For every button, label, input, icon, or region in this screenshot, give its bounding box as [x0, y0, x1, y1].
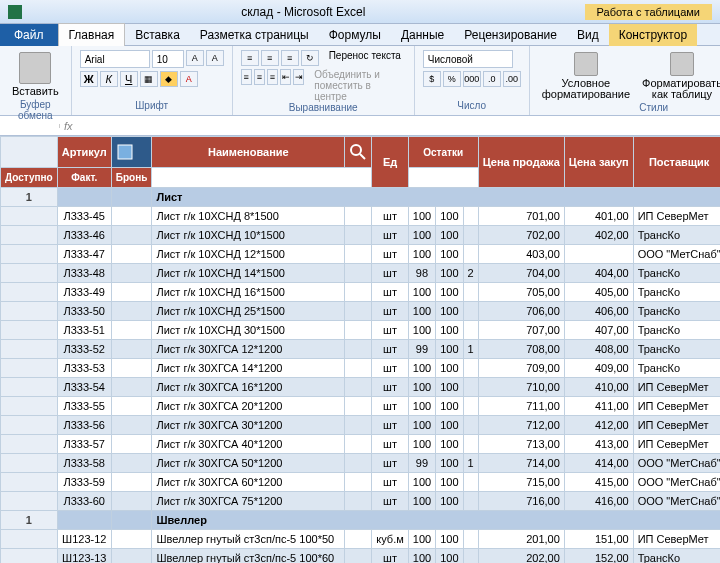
file-menu[interactable]: Файл: [0, 24, 58, 46]
align-top-button[interactable]: ≡: [241, 50, 259, 66]
paste-icon: [19, 52, 51, 84]
border-button[interactable]: ▦: [140, 71, 158, 87]
ribbon: Вставить Буфер обмена Arial 10 A A Ж К Ч…: [0, 46, 720, 116]
tab-insert[interactable]: Вставка: [125, 24, 190, 46]
table-row[interactable]: Л333-53Лист г/к 30ХГСА 14*1200шт10010070…: [1, 359, 721, 378]
font-size-combo[interactable]: 10: [152, 50, 184, 68]
font-name-combo[interactable]: Arial: [80, 50, 150, 68]
number-format-combo[interactable]: Числовой: [423, 50, 513, 68]
fill-color-button[interactable]: ◆: [160, 71, 178, 87]
table-row[interactable]: Л333-60Лист г/к 30ХГСА 75*1200шт10010071…: [1, 492, 721, 511]
menu-bar: Файл Главная Вставка Разметка страницы Ф…: [0, 24, 720, 46]
worksheet-grid[interactable]: Артикул Наименование Ед Остатки Цена про…: [0, 136, 720, 563]
increase-indent-button[interactable]: ⇥: [293, 69, 304, 85]
name-box[interactable]: [0, 124, 60, 128]
decrease-font-button[interactable]: A: [206, 50, 224, 66]
contextual-tab-label: Работа с таблицами: [585, 4, 712, 20]
decrease-decimal-button[interactable]: .00: [503, 71, 521, 87]
table-row[interactable]: Л333-45Лист г/к 10ХСНД 8*1500шт100100701…: [1, 207, 721, 226]
tab-formulas[interactable]: Формулы: [319, 24, 391, 46]
table-row[interactable]: Л333-54Лист г/к 30ХГСА 16*1200шт10010071…: [1, 378, 721, 397]
format-table-button[interactable]: Форматировать как таблицу: [638, 50, 720, 102]
ribbon-group-font: Arial 10 A A Ж К Ч ▦ ◆ A Шрифт: [72, 46, 233, 115]
table-row[interactable]: Л333-46Лист г/к 10ХСНД 10*1500шт10010070…: [1, 226, 721, 245]
conditional-format-button[interactable]: Условное форматирование: [538, 50, 634, 102]
header-ed[interactable]: Ед: [372, 137, 408, 188]
table-row[interactable]: 1Лист: [1, 188, 721, 207]
underline-button[interactable]: Ч: [120, 71, 138, 87]
cond-format-icon: [574, 52, 598, 76]
svg-rect-1: [118, 145, 132, 159]
table-row[interactable]: Л333-56Лист г/к 30ХГСА 30*1200шт10010071…: [1, 416, 721, 435]
table-row[interactable]: Ш123-12Швеллер гнутый ст3сп/пс-5 100*50к…: [1, 530, 721, 549]
svg-line-3: [360, 154, 365, 159]
comma-button[interactable]: 000: [463, 71, 481, 87]
table-row[interactable]: Л333-49Лист г/к 10ХСНД 16*1500шт10010070…: [1, 283, 721, 302]
italic-button[interactable]: К: [100, 71, 118, 87]
align-center-button[interactable]: ≡: [254, 69, 265, 85]
table-row[interactable]: Л333-48Лист г/к 10ХСНД 14*1500шт98100270…: [1, 264, 721, 283]
select-all-corner[interactable]: [1, 137, 58, 168]
table-row[interactable]: Л333-51Лист г/к 10ХСНД 30*1500шт10010070…: [1, 321, 721, 340]
svg-point-2: [351, 145, 361, 155]
header-artikul[interactable]: Артикул: [57, 137, 111, 168]
ribbon-group-number: Числовой $ % 000 .0 .00 Число: [415, 46, 530, 115]
tab-review[interactable]: Рецензирование: [454, 24, 567, 46]
increase-font-button[interactable]: A: [186, 50, 204, 66]
table-row[interactable]: Л333-50Лист г/к 10ХСНД 25*1500шт10010070…: [1, 302, 721, 321]
orientation-button[interactable]: ↻: [301, 50, 319, 66]
header-search-icon[interactable]: [345, 137, 372, 168]
header-cena-zakup[interactable]: Цена закуп: [564, 137, 633, 188]
table-row[interactable]: Л333-58Лист г/к 30ХГСА 50*1200шт99100171…: [1, 454, 721, 473]
tab-view[interactable]: Вид: [567, 24, 609, 46]
table-format-icon: [670, 52, 694, 76]
tab-data[interactable]: Данные: [391, 24, 454, 46]
percent-button[interactable]: %: [443, 71, 461, 87]
header-fakt[interactable]: Факт.: [57, 168, 111, 188]
font-color-button[interactable]: A: [180, 71, 198, 87]
table-row[interactable]: Л333-57Лист г/к 30ХГСА 40*1200шт10010071…: [1, 435, 721, 454]
fx-icon[interactable]: fx: [60, 120, 77, 132]
align-middle-button[interactable]: ≡: [261, 50, 279, 66]
ribbon-group-alignment: ≡ ≡ ≡ ↻ Перенос текста ≡ ≡ ≡ ⇤ ⇥ Объедин…: [233, 46, 415, 115]
window-title: склад - Microsoft Excel: [22, 5, 585, 19]
table-row[interactable]: Л333-52Лист г/к 30ХГСА 12*1200шт99100170…: [1, 340, 721, 359]
header-naimenovanie[interactable]: Наименование: [152, 137, 345, 168]
table-row[interactable]: 1Швеллер: [1, 511, 721, 530]
align-left-button[interactable]: ≡: [241, 69, 252, 85]
tab-page-layout[interactable]: Разметка страницы: [190, 24, 319, 46]
table-row[interactable]: Л333-59Лист г/к 30ХГСА 60*1200шт10010071…: [1, 473, 721, 492]
currency-button[interactable]: $: [423, 71, 441, 87]
ribbon-group-styles: Условное форматирование Форматировать ка…: [530, 46, 720, 115]
header-postavschik[interactable]: Поставщик: [633, 137, 720, 188]
tab-home[interactable]: Главная: [58, 23, 126, 46]
svg-rect-0: [8, 5, 22, 19]
header-dostupno[interactable]: Доступно: [1, 168, 58, 188]
tab-table-design[interactable]: Конструктор: [609, 24, 697, 46]
align-bottom-button[interactable]: ≡: [281, 50, 299, 66]
header-item-icon[interactable]: [111, 137, 152, 168]
header-ostatki[interactable]: Остатки: [408, 137, 478, 168]
decrease-indent-button[interactable]: ⇤: [280, 69, 291, 85]
ribbon-group-clipboard: Вставить Буфер обмена: [0, 46, 72, 115]
title-bar: склад - Microsoft Excel Работа с таблица…: [0, 0, 720, 24]
header-bron[interactable]: Бронь: [111, 168, 152, 188]
app-icon: [8, 5, 22, 19]
table-row[interactable]: Л333-47Лист г/к 10ХСНД 12*1500шт10010040…: [1, 245, 721, 264]
wrap-text-button[interactable]: Перенос текста: [329, 50, 401, 66]
formula-bar: fx: [0, 116, 720, 136]
paste-button[interactable]: Вставить: [8, 50, 63, 99]
bold-button[interactable]: Ж: [80, 71, 98, 87]
table-row[interactable]: Л333-55Лист г/к 30ХГСА 20*1200шт10010071…: [1, 397, 721, 416]
merge-button[interactable]: Объединить и поместить в центре: [314, 69, 405, 102]
increase-decimal-button[interactable]: .0: [483, 71, 501, 87]
header-cena-prod[interactable]: Цена продажа: [478, 137, 564, 188]
align-right-button[interactable]: ≡: [267, 69, 278, 85]
table-row[interactable]: Ш123-13Швеллер гнутый ст3сп/пс-5 100*60ш…: [1, 549, 721, 564]
